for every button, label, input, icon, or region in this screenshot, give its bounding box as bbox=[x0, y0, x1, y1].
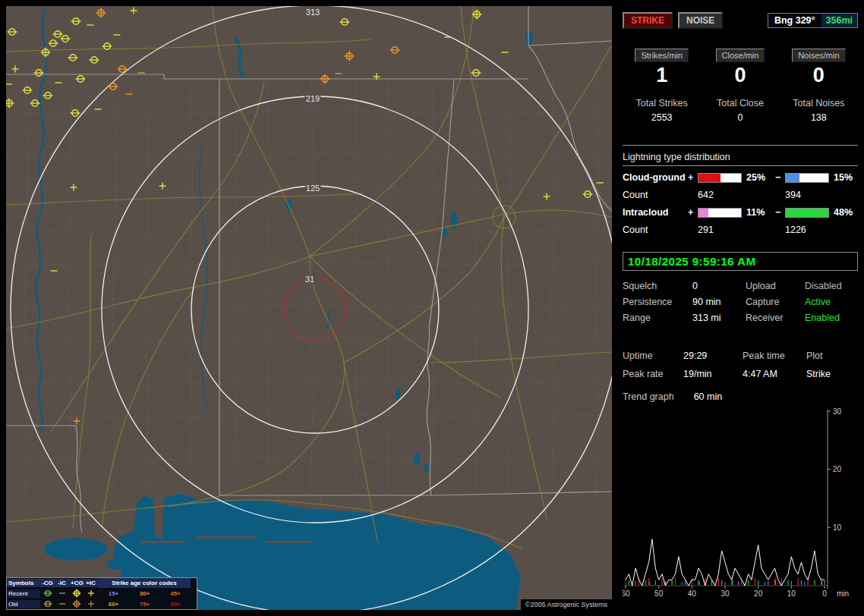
cg-pos-count: 642 bbox=[698, 190, 743, 200]
stat-upload: Upload bbox=[746, 281, 805, 291]
distribution-table: Cloud-ground + 25% − 15% Count 642 394 I… bbox=[623, 172, 858, 235]
strikes-per-min-button[interactable]: Strikes/min bbox=[635, 49, 688, 62]
range-ring-label: 125 bbox=[306, 184, 320, 193]
stat-receiver: Receiver bbox=[746, 313, 805, 323]
legend-row-recent: Recent bbox=[7, 589, 40, 598]
trend-x-unit: min bbox=[837, 589, 849, 598]
control-panel: STRIKE NOISE Bng 329° 356mi Strikes/min … bbox=[618, 6, 858, 610]
status-table: Squelch0UploadDisabledPersistence90 minC… bbox=[623, 281, 858, 323]
legend-age-45plus: 45+ bbox=[160, 589, 191, 598]
legend-symbols-header: Symbols bbox=[7, 579, 40, 587]
ic-neg-pct: 48% bbox=[831, 207, 858, 218]
range-ring-label: 31 bbox=[305, 275, 314, 284]
cloud-ground-label: Cloud-ground bbox=[623, 172, 688, 183]
lightning-monitor-app: 31321912531 Symbols -CG -IC +CG +IC Stri… bbox=[0, 0, 864, 616]
stat-peak-time: Peak time bbox=[743, 350, 806, 361]
legend-col-neg-ic: -IC bbox=[55, 579, 69, 587]
count-label: Count bbox=[623, 190, 688, 200]
trend-y-tick: 20 bbox=[833, 465, 842, 473]
noises-per-min-value: 0 bbox=[780, 64, 858, 87]
minus-sign: − bbox=[775, 172, 785, 183]
stat-range: Range bbox=[623, 313, 692, 323]
ic-neg-count: 1226 bbox=[785, 225, 831, 235]
stat-313-mi: 313 mi bbox=[692, 313, 746, 323]
trend-x-tick: 60 bbox=[623, 589, 630, 598]
legend-age-30plus: 30+ bbox=[129, 589, 160, 598]
noises-per-min-button[interactable]: Noises/min bbox=[792, 49, 845, 62]
plus-sign: + bbox=[688, 207, 698, 218]
stat-uptime: Uptime bbox=[623, 350, 683, 361]
map-legend: Symbols -CG -IC +CG +IC Strike age color… bbox=[6, 577, 197, 610]
trend-x-tick: 40 bbox=[688, 589, 697, 598]
close-per-min-button[interactable]: Close/min bbox=[716, 49, 765, 62]
mode-toolbar: STRIKE NOISE Bng 329° 356mi bbox=[623, 12, 858, 29]
ic-neg-bar-fill bbox=[786, 209, 828, 217]
range-ring-label: 313 bbox=[306, 8, 320, 17]
radar-map[interactable]: 31321912531 bbox=[6, 6, 612, 610]
legend-age-header: Strike age color codes bbox=[98, 578, 191, 588]
range-value: 356mi bbox=[821, 14, 857, 27]
stat-active: Active bbox=[805, 297, 858, 307]
total-strikes-label: Total Strikes bbox=[623, 98, 701, 108]
stat-peak-rate: Peak rate bbox=[623, 369, 683, 379]
cg-neg-bar bbox=[785, 173, 829, 183]
cg-pos-bar-fill bbox=[698, 174, 721, 182]
cg-neg-bar-fill bbox=[786, 174, 799, 182]
legend-age-60plus: 60+ bbox=[98, 600, 129, 608]
session-stats-table: Uptime29:29Peak timePlotPeak rate19/min4… bbox=[623, 350, 858, 379]
ic-pos-count: 291 bbox=[698, 225, 743, 235]
legend-symbol-icn-icon bbox=[55, 599, 69, 609]
totals-row: Total Strikes 2553 Total Close 0 Total N… bbox=[623, 98, 858, 123]
count-label: Count bbox=[623, 225, 688, 235]
copyright-notice: ©2005 Astrogenic Systems bbox=[521, 599, 612, 610]
stat-capture: Capture bbox=[746, 297, 805, 307]
separator bbox=[623, 145, 858, 146]
stat-enabled: Enabled bbox=[805, 313, 858, 323]
stat-29-29: 29:29 bbox=[683, 350, 743, 361]
cg-pos-bar bbox=[698, 173, 742, 183]
ic-pos-pct: 11% bbox=[743, 207, 775, 218]
stat-90-min: 90 min bbox=[692, 297, 746, 307]
noise-button[interactable]: NOISE bbox=[678, 12, 723, 29]
trend-x-tick: 10 bbox=[787, 589, 796, 598]
stat-disabled: Disabled bbox=[805, 281, 858, 291]
legend-col-neg-cg: -CG bbox=[40, 579, 55, 587]
trend-window-value: 60 min bbox=[694, 391, 723, 402]
legend-age-75plus: 75+ bbox=[129, 600, 160, 608]
stat-0: 0 bbox=[692, 281, 746, 291]
stat-persistence: Persistence bbox=[623, 297, 692, 307]
cg-pos-pct: 25% bbox=[743, 172, 775, 183]
trend-x-tick: 50 bbox=[654, 589, 664, 598]
total-noises-value: 138 bbox=[780, 112, 858, 123]
plus-sign: + bbox=[688, 172, 698, 183]
ic-neg-bar bbox=[785, 208, 829, 218]
trend-x-tick: 0 bbox=[822, 589, 827, 598]
trend-x-tick: 20 bbox=[754, 589, 763, 598]
distribution-title: Lightning type distribution bbox=[623, 152, 858, 166]
stat-4-47-am: 4:47 AM bbox=[743, 369, 806, 379]
total-noises-label: Total Noises bbox=[780, 98, 858, 108]
ic-pos-bar bbox=[698, 208, 742, 218]
cg-neg-count: 394 bbox=[785, 190, 831, 200]
bearing-range-display: Bng 329° 356mi bbox=[768, 13, 858, 28]
total-close-label: Total Close bbox=[701, 98, 779, 108]
trend-graph-label: Trend graph bbox=[623, 391, 674, 402]
strike-button[interactable]: STRIKE bbox=[623, 12, 673, 29]
cg-neg-pct: 15% bbox=[831, 172, 858, 183]
trend-y-tick: 10 bbox=[833, 523, 842, 532]
bearing-value: Bng 329° bbox=[768, 14, 821, 27]
stat-squelch: Squelch bbox=[623, 281, 692, 291]
ic-pos-bar-fill bbox=[698, 209, 708, 217]
legend-symbol-cgp-icon bbox=[69, 599, 84, 609]
trend-graph: 3020106050403020100min bbox=[623, 407, 862, 598]
legend-symbol-cgp-icon bbox=[69, 588, 84, 599]
legend-row-old: Old bbox=[7, 600, 40, 608]
range-ring-label: 219 bbox=[306, 94, 320, 103]
legend-symbol-icp-icon bbox=[84, 599, 98, 609]
stat-strike: Strike bbox=[806, 369, 858, 379]
legend-symbol-icp-icon bbox=[84, 588, 98, 599]
legend-symbol-icn-icon bbox=[55, 588, 69, 599]
datetime-display: 10/18/2025 9:59:16 AM bbox=[623, 252, 858, 271]
minus-sign: − bbox=[775, 207, 785, 218]
legend-age-90plus: 90+ bbox=[160, 600, 191, 608]
